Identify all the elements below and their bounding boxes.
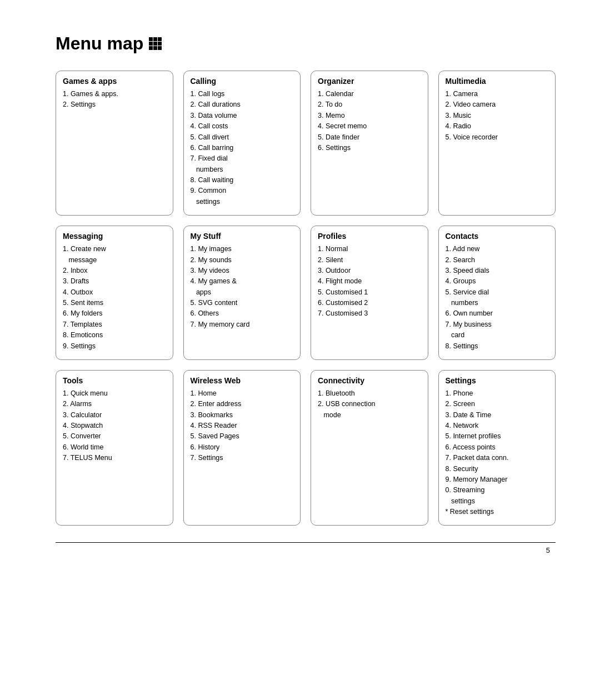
list-item: 5. Sent items: [63, 298, 166, 308]
card-calling: Calling1. Call logs2. Call durations3. D…: [183, 71, 301, 216]
card-messaging: Messaging1. Create new message2. Inbox3.…: [56, 226, 173, 360]
list-item: 1. Games & apps.: [63, 89, 166, 99]
list-item: 6. Customised 2: [318, 298, 421, 308]
list-item: 4. RSS Reader: [191, 421, 294, 431]
card-list-settings: 1. Phone2. Screen3. Date & Time4. Networ…: [446, 388, 549, 518]
list-item: 3. My videos: [191, 266, 294, 276]
list-item: 3. Outdoor: [318, 266, 421, 276]
list-item: 6. Access points: [446, 442, 549, 453]
list-item: 3. Speed dials: [446, 266, 549, 276]
card-list-calling: 1. Call logs2. Call durations3. Data vol…: [191, 89, 294, 207]
list-item: 8. Call waiting: [191, 175, 294, 186]
card-games-apps: Games & apps1. Games & apps.2. Settings: [56, 71, 173, 216]
list-item: 1. Call logs: [191, 89, 294, 99]
list-item: 5. SVG content: [191, 298, 294, 308]
list-item: 1. Calendar: [318, 89, 421, 99]
list-item: 1. My images: [191, 244, 294, 254]
list-item: 5. Voice recorder: [446, 132, 549, 143]
card-list-multimedia: 1. Camera2. Video camera3. Music4. Radio…: [446, 89, 549, 143]
list-item: 4. Call costs: [191, 121, 294, 132]
list-item: 9. Settings: [63, 341, 166, 352]
card-title-games-apps: Games & apps: [63, 77, 166, 86]
list-item: 5. Service dial numbers: [446, 287, 549, 309]
list-item: 4. Groups: [446, 276, 549, 287]
card-profiles: Profiles1. Normal2. Silent3. Outdoor4. F…: [311, 226, 428, 360]
card-title-connectivity: Connectivity: [318, 376, 421, 385]
card-title-profiles: Profiles: [318, 232, 421, 241]
card-list-messaging: 1. Create new message2. Inbox3. Drafts4.…: [63, 244, 166, 352]
list-item: 5. Customised 1: [318, 287, 421, 298]
card-list-connectivity: 1. Bluetooth2. USB connection mode: [318, 388, 421, 421]
card-title-tools: Tools: [63, 376, 166, 385]
card-title-settings: Settings: [446, 376, 549, 385]
list-item: 7. My memory card: [191, 319, 294, 330]
card-contacts: Contacts1. Add new2. Search3. Speed dial…: [438, 226, 556, 360]
list-item: 5. Internet profiles: [446, 431, 549, 442]
list-item: 2. To do: [318, 99, 421, 110]
list-item: 2. Screen: [446, 399, 549, 409]
list-item: 2. Call durations: [191, 99, 294, 110]
list-item: 6. My folders: [63, 308, 166, 319]
list-item: 1. Create new message: [63, 244, 166, 266]
list-item: 1. Normal: [318, 244, 421, 254]
card-list-organizer: 1. Calendar2. To do3. Memo4. Secret memo…: [318, 89, 421, 153]
list-item: 2. Alarms: [63, 399, 166, 409]
list-item: 4. My games & apps: [191, 276, 294, 298]
list-item: 1. Phone: [446, 388, 549, 399]
list-item: 2. Enter address: [191, 399, 294, 409]
list-item: 3. Calculator: [63, 410, 166, 421]
card-settings: Settings1. Phone2. Screen3. Date & Time4…: [438, 370, 556, 526]
list-item: 4. Stopwatch: [63, 421, 166, 431]
card-list-wireless-web: 1. Home2. Enter address3. Bookmarks4. RS…: [191, 388, 294, 464]
list-item: 6. Others: [191, 308, 294, 319]
list-item: 5. Converter: [63, 431, 166, 442]
title-text: Menu map: [56, 33, 143, 54]
card-title-wireless-web: Wireless Web: [191, 376, 294, 385]
card-organizer: Organizer1. Calendar2. To do3. Memo4. Se…: [311, 71, 428, 216]
card-list-my-stuff: 1. My images2. My sounds3. My videos4. M…: [191, 244, 294, 330]
list-item: 1. Add new: [446, 244, 549, 254]
list-item: 3. Date & Time: [446, 410, 549, 421]
list-item: 8. Security: [446, 464, 549, 474]
list-item: 6. Settings: [318, 143, 421, 153]
list-item: 3. Data volume: [191, 111, 294, 121]
card-my-stuff: My Stuff1. My images2. My sounds3. My vi…: [183, 226, 301, 360]
list-item: 2. Video camera: [446, 99, 549, 110]
list-item: 5. Call divert: [191, 132, 294, 143]
list-item: 9. Memory Manager: [446, 474, 549, 485]
list-item: 2. Silent: [318, 255, 421, 266]
list-item: 2. Inbox: [63, 266, 166, 276]
list-item: 6. Own number: [446, 308, 549, 319]
list-item: 4. Flight mode: [318, 276, 421, 287]
list-item: 7. Customised 3: [318, 308, 421, 319]
card-title-multimedia: Multimedia: [446, 77, 549, 86]
list-item: 3. Memo: [318, 111, 421, 121]
list-item: 3. Music: [446, 111, 549, 121]
list-item: 4. Radio: [446, 121, 549, 132]
card-connectivity: Connectivity1. Bluetooth2. USB connectio…: [311, 370, 428, 526]
card-title-my-stuff: My Stuff: [191, 232, 294, 241]
list-item: 7. TELUS Menu: [63, 453, 166, 463]
card-wireless-web: Wireless Web1. Home2. Enter address3. Bo…: [183, 370, 301, 526]
list-item: 5. Date finder: [318, 132, 421, 143]
list-item: 1. Camera: [446, 89, 549, 99]
card-list-games-apps: 1. Games & apps.2. Settings: [63, 89, 166, 111]
card-list-profiles: 1. Normal2. Silent3. Outdoor4. Flight mo…: [318, 244, 421, 319]
card-title-calling: Calling: [191, 77, 294, 86]
list-item: 2. My sounds: [191, 255, 294, 266]
list-item: 5. Saved Pages: [191, 431, 294, 442]
list-item: 7. My business card: [446, 319, 549, 341]
menu-map-icon: [149, 37, 162, 50]
card-title-contacts: Contacts: [446, 232, 549, 241]
list-item: 7. Packet data conn.: [446, 453, 549, 463]
card-list-contacts: 1. Add new2. Search3. Speed dials4. Grou…: [446, 244, 549, 352]
card-list-tools: 1. Quick menu2. Alarms3. Calculator4. St…: [63, 388, 166, 464]
menu-grid: Games & apps1. Games & apps.2. SettingsC…: [56, 71, 556, 526]
list-item: 8. Emoticons: [63, 330, 166, 341]
list-item: 4. Outbox: [63, 287, 166, 298]
list-item: 2. Settings: [63, 99, 166, 110]
list-item: 9. Common settings: [191, 186, 294, 207]
list-item: 7. Settings: [191, 453, 294, 463]
list-item: 2. Search: [446, 255, 549, 266]
card-multimedia: Multimedia1. Camera2. Video camera3. Mus…: [438, 71, 556, 216]
